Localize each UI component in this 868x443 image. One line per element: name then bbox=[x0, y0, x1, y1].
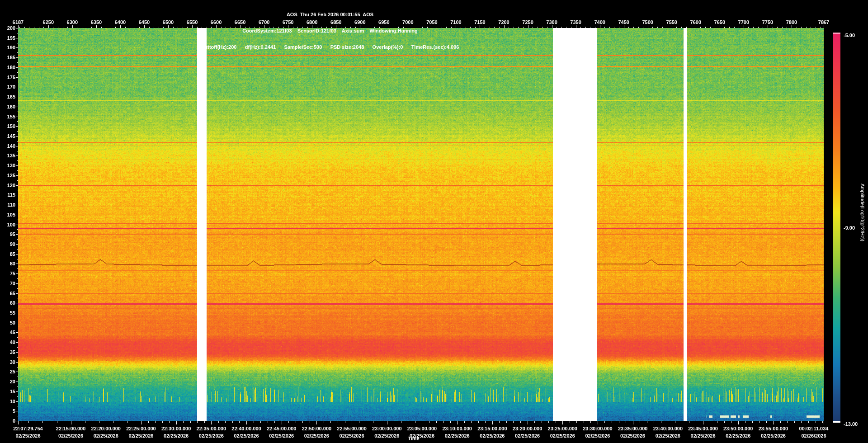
top-axis-tick-label: 6187 bbox=[13, 19, 24, 25]
top-axis-tick-label: 6750 bbox=[283, 19, 293, 25]
frequency-tick-label: 155 bbox=[7, 114, 15, 119]
frequency-tick-label: 45 bbox=[10, 330, 15, 335]
spectrogram-window: AOS Thu 26 Feb 2026 00:01:55 AOS CoordSy… bbox=[0, 0, 868, 443]
top-axis-tick-label: 7400 bbox=[594, 19, 605, 25]
frequency-tick-label: 195 bbox=[7, 35, 15, 41]
time-value: 23:35:00.000 bbox=[618, 425, 647, 432]
time-value: 23:45:00.000 bbox=[688, 425, 717, 432]
header-params-line2: Cuttoff(Hz):200 df(Hz):0.2441 Sample/Sec… bbox=[0, 44, 660, 50]
time-tick-label: 23:40:00.00002/25/2026 bbox=[653, 425, 683, 439]
time-value: 23:20:00.000 bbox=[513, 425, 542, 432]
time-tick-label: 23:15:00.00002/25/2026 bbox=[477, 425, 507, 439]
colorbar-tick-max: -5.00 bbox=[844, 33, 855, 38]
frequency-tick-label: 145 bbox=[7, 133, 15, 139]
time-tick-label: 22:40:00.00002/25/2026 bbox=[231, 425, 261, 439]
time-tick-label: 23:50:00.00002/25/2026 bbox=[723, 425, 753, 439]
frequency-tick-label: 55 bbox=[10, 310, 15, 316]
frequency-tick-label: 20 bbox=[10, 379, 15, 384]
frequency-tick-label: 140 bbox=[7, 143, 15, 149]
date-value: 02/25/2026 bbox=[13, 432, 42, 439]
top-axis-tick-label: 7500 bbox=[642, 19, 653, 25]
date-value: 02/25/2026 bbox=[583, 432, 612, 439]
date-value: 02/25/2026 bbox=[653, 432, 683, 439]
top-axis-tick-label: 6450 bbox=[139, 19, 150, 25]
frequency-tick-label: 115 bbox=[7, 192, 15, 198]
frequency-tick-label: 80 bbox=[10, 261, 15, 266]
top-axis-tick-label: 6500 bbox=[163, 19, 174, 25]
top-axis-tick-label: 6600 bbox=[211, 19, 222, 25]
frequency-tick-label: 130 bbox=[7, 163, 15, 168]
header-params-line1: CoordSystem:121f03 SensorID:121f03 Axis:… bbox=[0, 28, 660, 33]
date-value: 02/25/2026 bbox=[161, 432, 191, 439]
time-tick-label: 22:35:00.00002/25/2026 bbox=[197, 425, 226, 439]
top-axis-tick-label: 7650 bbox=[714, 19, 725, 25]
frequency-tick-label: 120 bbox=[7, 183, 15, 188]
top-axis-tick-label: 6950 bbox=[378, 19, 389, 25]
frequency-tick-label: 70 bbox=[10, 281, 15, 286]
date-value: 02/25/2026 bbox=[337, 432, 366, 439]
time-value: 23:55:00.000 bbox=[759, 425, 788, 432]
frequency-tick-label: 175 bbox=[7, 75, 15, 80]
time-tick-label: 22:45:00.00002/25/2026 bbox=[267, 425, 296, 439]
frequency-tick-label: 105 bbox=[7, 212, 15, 217]
frequency-tick-label: 190 bbox=[7, 45, 15, 50]
date-value: 02/25/2026 bbox=[477, 432, 507, 439]
top-axis-tick-label: 6400 bbox=[115, 19, 126, 25]
time-value: 23:10:00.000 bbox=[442, 425, 472, 432]
time-value: 23:40:00.000 bbox=[653, 425, 683, 432]
frequency-tick-label: 180 bbox=[7, 65, 15, 70]
top-axis-tick-label: 7750 bbox=[762, 19, 773, 25]
top-axis-tick-label: 7300 bbox=[546, 19, 557, 25]
date-value: 02/25/2026 bbox=[442, 432, 472, 439]
top-axis-tick-label: 6850 bbox=[330, 19, 341, 25]
time-value: 23:30:00.000 bbox=[583, 425, 612, 432]
time-value: 22:35:00.000 bbox=[197, 425, 226, 432]
frequency-tick-label: 85 bbox=[10, 251, 15, 257]
frequency-tick-label: 125 bbox=[7, 173, 15, 178]
frequency-tick-label: 10 bbox=[10, 399, 15, 404]
frequency-tick-label: 15 bbox=[10, 389, 15, 394]
top-axis-tick-label: 7200 bbox=[498, 19, 509, 25]
top-axis-tick-label: 7550 bbox=[666, 19, 677, 25]
time-value: 22:15:00.000 bbox=[56, 425, 85, 432]
top-axis-tick-label: 6900 bbox=[354, 19, 365, 25]
colorbar-axis-label: Amplitude(Log10(g^2/Hz)) bbox=[860, 184, 865, 241]
top-axis-tick-label: 6800 bbox=[307, 19, 317, 25]
frequency-tick-label: 25 bbox=[10, 369, 15, 374]
date-value: 02/25/2026 bbox=[548, 432, 577, 439]
time-tick-label: 23:30:00.00002/25/2026 bbox=[583, 425, 612, 439]
top-axis-tick-label: 7000 bbox=[402, 19, 413, 25]
time-tick-label: 22:30:00.00002/25/2026 bbox=[161, 425, 191, 439]
frequency-tick-label: 165 bbox=[7, 94, 15, 99]
frequency-tick-label: 30 bbox=[10, 359, 15, 365]
top-axis-tick-label: 7867 bbox=[818, 19, 829, 25]
top-axis-tick-label: 7600 bbox=[690, 19, 701, 25]
time-tick-label: 23:00:00.00002/25/2026 bbox=[372, 425, 401, 439]
frequency-tick-label: 185 bbox=[7, 55, 15, 60]
top-axis-tick-label: 7800 bbox=[786, 19, 797, 25]
frequency-tick-label: 170 bbox=[7, 84, 15, 90]
time-value: 22:30:00.000 bbox=[161, 425, 191, 432]
date-value: 02/25/2026 bbox=[618, 432, 647, 439]
time-tick-label: 23:20:00.00002/25/2026 bbox=[513, 425, 542, 439]
top-axis-tick-label: 6550 bbox=[187, 19, 198, 25]
time-value: 23:50:00.000 bbox=[723, 425, 753, 432]
frequency-tick-label: 90 bbox=[10, 241, 15, 247]
time-value: 22:40:00.000 bbox=[231, 425, 261, 432]
top-axis-tick-label: 6350 bbox=[91, 19, 102, 25]
frequency-tick-label: 65 bbox=[10, 291, 15, 296]
frequency-tick-label: 150 bbox=[7, 123, 15, 129]
time-value: 00:02:11.034 bbox=[799, 425, 829, 432]
top-axis-tick-label: 6650 bbox=[235, 19, 245, 25]
time-tick-label: 22:50:00.00002/25/2026 bbox=[302, 425, 331, 439]
date-value: 02/25/2026 bbox=[723, 432, 753, 439]
date-value: 02/25/2026 bbox=[688, 432, 717, 439]
frequency-tick-label: 110 bbox=[7, 202, 15, 207]
date-value: 02/25/2026 bbox=[267, 432, 296, 439]
colorbar-tick-mid: -9.00 bbox=[844, 225, 855, 231]
time-tick-label: 23:35:00.00002/25/2026 bbox=[618, 425, 647, 439]
header-title: AOS Thu 26 Feb 2026 00:01:55 AOS bbox=[0, 12, 660, 17]
date-value: 02/25/2026 bbox=[126, 432, 156, 439]
time-value: 22:45:00.000 bbox=[267, 425, 296, 432]
time-value: 22:50:00.000 bbox=[302, 425, 331, 432]
